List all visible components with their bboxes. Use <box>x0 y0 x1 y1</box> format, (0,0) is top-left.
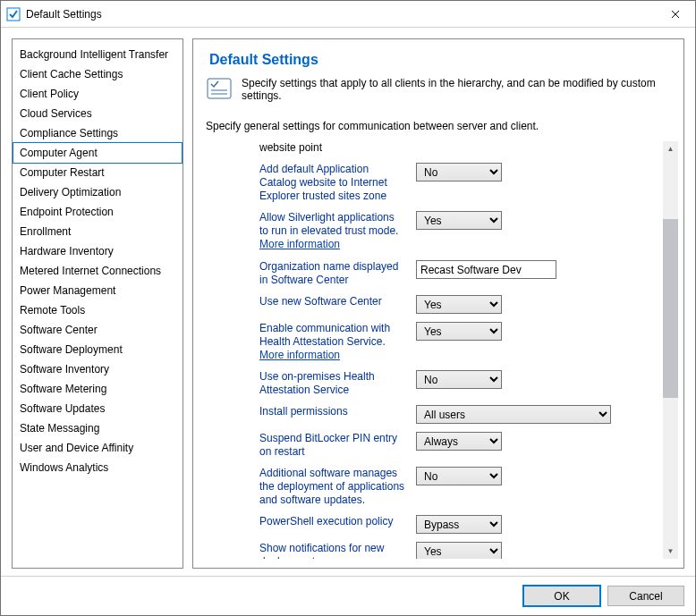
close-button[interactable] <box>655 1 695 27</box>
setting-row: Suspend BitLocker PIN entry on restart A… <box>259 432 656 459</box>
page-description: Specify settings that apply to all clien… <box>242 77 678 102</box>
sidebar-item[interactable]: User and Device Affinity <box>13 438 182 458</box>
setting-row: PowerShell execution policy Bypass <box>259 515 656 534</box>
section-header: Specify general settings for communicati… <box>206 120 678 132</box>
setting-label: Use new Software Center <box>259 295 416 308</box>
sidebar-item[interactable]: Client Policy <box>13 84 182 104</box>
sidebar-item-computer-agent[interactable]: Computer Agent <box>13 142 182 164</box>
titlebar: Default Settings <box>1 1 695 28</box>
sidebar-item[interactable]: Windows Analytics <box>13 458 182 477</box>
setting-label: Add default Application Catalog website … <box>259 163 416 203</box>
vertical-scrollbar[interactable]: ▲ ▼ <box>663 141 678 559</box>
setting-row: Show notifications for new deployments Y… <box>259 542 656 559</box>
checklist-icon <box>206 77 233 100</box>
setting-row: Add default Application Catalog website … <box>259 163 656 203</box>
dialog-body: Background Intelligent Transfer Client C… <box>1 28 695 576</box>
setting-label: Allow Silverlight applications to run in… <box>259 211 416 251</box>
sidebar-item[interactable]: Software Deployment <box>13 340 182 359</box>
setting-label: Install permissions <box>259 405 416 418</box>
sidebar-item[interactable]: Background Intelligent Transfer <box>13 45 182 64</box>
app-icon <box>6 7 21 21</box>
sidebar-item[interactable]: Client Cache Settings <box>13 64 182 84</box>
sidebar-item[interactable]: Power Management <box>13 281 182 300</box>
setting-label: website point <box>259 141 416 155</box>
setting-row: Use on-premises Health Attestation Servi… <box>259 370 656 397</box>
scroll-track[interactable] <box>663 156 678 544</box>
health-attest-dropdown[interactable]: Yes <box>416 322 502 341</box>
window-title: Default Settings <box>26 8 655 21</box>
setting-row: website point <box>259 141 656 155</box>
show-notifications-dropdown[interactable]: Yes <box>416 542 502 559</box>
sidebar-item[interactable]: Remote Tools <box>13 300 182 320</box>
setting-label: Additional software manages the deployme… <box>259 467 416 507</box>
page-title: Default Settings <box>209 52 678 68</box>
sidebar-item[interactable]: Computer Restart <box>13 163 182 182</box>
setting-row: Additional software manages the deployme… <box>259 467 656 507</box>
close-icon <box>671 10 680 19</box>
category-sidebar[interactable]: Background Intelligent Transfer Client C… <box>12 38 183 569</box>
sidebar-item[interactable]: Metered Internet Connections <box>13 261 182 281</box>
setting-row: Organization name displayed in Software … <box>259 260 656 287</box>
sidebar-item[interactable]: Software Updates <box>13 399 182 418</box>
bitlocker-dropdown[interactable]: Always <box>416 432 502 451</box>
setting-label: Show notifications for new deployments <box>259 542 416 559</box>
scroll-up-icon[interactable]: ▲ <box>663 141 678 156</box>
powershell-policy-dropdown[interactable]: Bypass <box>416 515 502 534</box>
sidebar-item[interactable]: Compliance Settings <box>13 123 182 143</box>
settings-list: website point Add default Application Ca… <box>206 141 663 559</box>
additional-sw-dropdown[interactable]: No <box>416 467 502 485</box>
sidebar-item[interactable]: Software Inventory <box>13 359 182 379</box>
sidebar-item[interactable]: Software Center <box>13 320 182 340</box>
setting-row: Install permissions All users <box>259 405 656 424</box>
ok-button[interactable]: OK <box>523 586 600 606</box>
main-panel: Default Settings Specify settings that a… <box>192 38 684 569</box>
sidebar-item[interactable]: Software Metering <box>13 379 182 399</box>
org-name-input[interactable] <box>416 260 556 279</box>
setting-label: Use on-premises Health Attestation Servi… <box>259 370 416 397</box>
add-catalog-dropdown[interactable]: No <box>416 163 502 181</box>
sidebar-item[interactable]: Cloud Services <box>13 104 182 123</box>
onprem-health-dropdown[interactable]: No <box>416 370 502 389</box>
setting-row: Enable communication with Health Attesta… <box>259 322 656 362</box>
setting-label: Suspend BitLocker PIN entry on restart <box>259 432 416 459</box>
sidebar-item[interactable]: Delivery Optimization <box>13 182 182 202</box>
sidebar-item[interactable]: Hardware Inventory <box>13 241 182 261</box>
setting-row: Use new Software Center Yes <box>259 295 656 314</box>
use-new-sc-dropdown[interactable]: Yes <box>416 295 502 314</box>
setting-row: Allow Silverlight applications to run in… <box>259 211 656 251</box>
svg-rect-1 <box>208 79 231 98</box>
sidebar-item[interactable]: Endpoint Protection <box>13 202 182 222</box>
scroll-thumb[interactable] <box>663 219 678 398</box>
setting-label: PowerShell execution policy <box>259 515 416 528</box>
more-info-link[interactable]: More information <box>259 238 340 250</box>
more-info-link[interactable]: More information <box>259 349 340 361</box>
cancel-button[interactable]: Cancel <box>607 586 684 606</box>
setting-label: Organization name displayed in Software … <box>259 260 416 287</box>
scroll-down-icon[interactable]: ▼ <box>663 544 678 559</box>
sidebar-item[interactable]: State Messaging <box>13 418 182 438</box>
dialog-footer: OK Cancel <box>1 576 695 615</box>
description-row: Specify settings that apply to all clien… <box>206 77 678 102</box>
dialog-window: Default Settings Background Intelligent … <box>0 0 696 616</box>
install-permissions-dropdown[interactable]: All users <box>416 405 611 424</box>
setting-label: Enable communication with Health Attesta… <box>259 322 416 362</box>
sidebar-item[interactable]: Enrollment <box>13 222 182 241</box>
settings-scroll-area: website point Add default Application Ca… <box>206 141 678 559</box>
silverlight-dropdown[interactable]: Yes <box>416 211 502 230</box>
